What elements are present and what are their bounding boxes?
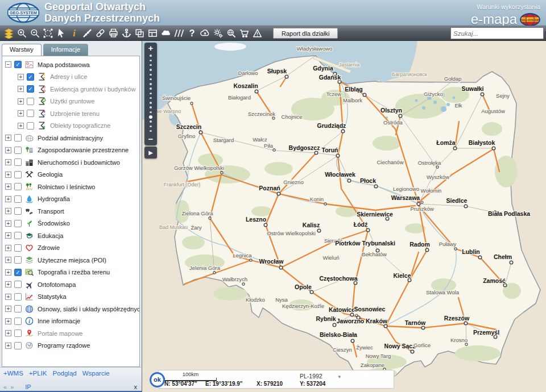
print-icon[interactable] xyxy=(107,26,120,40)
anchor-icon[interactable] xyxy=(120,26,133,40)
cloud-download-icon[interactable] xyxy=(198,26,212,40)
layer-checkbox[interactable] xyxy=(14,195,22,203)
tab-informacje[interactable]: Informacje xyxy=(43,44,88,56)
zoom-in-button[interactable]: + xyxy=(144,43,157,53)
ok-button[interactable]: ok xyxy=(150,372,165,387)
expand-toggle[interactable]: + xyxy=(5,294,11,300)
layer-checkbox[interactable] xyxy=(27,110,34,117)
panel-close-button[interactable]: x xyxy=(134,383,138,390)
layer-checkbox[interactable]: ✓ xyxy=(14,61,22,68)
collapse-toggle[interactable]: − xyxy=(5,61,11,68)
ip-link[interactable]: IP xyxy=(25,383,31,390)
zoom-level-dot[interactable] xyxy=(150,111,152,114)
layer-label[interactable]: Rolnictwo i leśnictwo xyxy=(38,184,95,190)
layer-checkbox[interactable]: ✓ xyxy=(27,73,34,81)
zoom-level-dot[interactable] xyxy=(150,64,152,66)
layer-checkbox[interactable]: ✓ xyxy=(14,269,22,276)
zoom-level-dot[interactable] xyxy=(150,55,152,57)
zoom-level-current[interactable] xyxy=(149,115,152,119)
footer-link[interactable]: +PLIK xyxy=(29,370,47,377)
layer-label[interactable]: Środowisko xyxy=(38,220,70,227)
slashes-icon[interactable] xyxy=(172,26,185,40)
layer-checkbox[interactable] xyxy=(14,232,22,239)
zoom-level-dot[interactable] xyxy=(150,102,152,104)
expand-toggle[interactable]: + xyxy=(5,135,11,141)
expand-toggle[interactable]: + xyxy=(18,98,24,105)
layer-label[interactable]: Obiekty topograficzne xyxy=(50,122,110,129)
info-icon[interactable]: i xyxy=(68,26,81,40)
expand-toggle[interactable]: + xyxy=(18,110,24,116)
zoom-level-dot[interactable] xyxy=(150,74,152,76)
layer-checkbox[interactable] xyxy=(27,98,34,105)
layer-checkbox[interactable] xyxy=(14,183,22,190)
footer-link[interactable]: +WMS xyxy=(3,370,23,377)
zoom-out-button[interactable]: − xyxy=(144,134,157,144)
layer-label[interactable]: Statystyka xyxy=(38,293,67,300)
expand-toggle[interactable]: + xyxy=(5,172,11,178)
layer-label[interactable]: Portale mapowe xyxy=(38,330,83,337)
expand-toggle[interactable]: + xyxy=(18,86,24,92)
layer-label[interactable]: Zdrowie xyxy=(38,244,60,251)
layer-label[interactable]: Użytki gruntowe xyxy=(50,98,94,105)
crs-dropdown[interactable]: PL-1992▼ xyxy=(300,373,342,380)
layout-icon[interactable] xyxy=(146,26,159,40)
layer-checkbox[interactable] xyxy=(14,305,22,312)
warning-icon[interactable] xyxy=(251,26,264,40)
layer-label[interactable]: Mapa podstawowa xyxy=(38,61,90,68)
layer-label[interactable]: Programy rządowe xyxy=(38,342,90,349)
expand-toggle[interactable]: + xyxy=(5,220,11,227)
layer-label[interactable]: Osnowy, siatki i układy współrzędnych xyxy=(38,306,140,312)
panel-expander-button[interactable]: ▶ xyxy=(144,147,157,159)
footer-link[interactable]: Podgląd xyxy=(52,370,76,377)
zoom-level-dot[interactable] xyxy=(150,69,152,71)
layer-checkbox[interactable] xyxy=(14,207,22,215)
layer-label[interactable]: Podział administracyjny xyxy=(38,135,103,141)
layer-label[interactable]: Użyteczne miejsca (POI) xyxy=(38,257,106,264)
expand-toggle[interactable]: + xyxy=(5,330,11,336)
layer-label[interactable]: Nieruchomości i budownictwo xyxy=(38,159,120,166)
expand-toggle[interactable]: + xyxy=(5,147,11,153)
layer-checkbox[interactable] xyxy=(14,330,22,337)
layer-label[interactable]: Ortofotomapa xyxy=(38,281,76,288)
layer-label[interactable]: Edukacja xyxy=(38,232,63,239)
tab-warstwy[interactable]: Warstwy xyxy=(2,44,42,56)
cart-icon[interactable] xyxy=(238,26,251,40)
zoom-level-dot[interactable] xyxy=(150,97,152,99)
zoom-level-dot[interactable] xyxy=(150,83,152,85)
layer-checkbox[interactable] xyxy=(14,159,22,166)
page-prev-button[interactable]: « xyxy=(3,383,7,390)
expand-toggle[interactable]: + xyxy=(5,318,11,324)
layer-label[interactable]: Zagospodarowanie przestrzenne xyxy=(38,147,129,153)
copy-window-icon[interactable] xyxy=(133,26,146,40)
pointer-icon[interactable] xyxy=(55,26,68,40)
expand-toggle[interactable]: + xyxy=(5,159,11,165)
layer-checkbox[interactable] xyxy=(14,134,22,141)
zoom-level-dot[interactable] xyxy=(150,130,152,132)
layer-checkbox[interactable] xyxy=(14,342,22,349)
select-area-icon[interactable] xyxy=(42,26,55,40)
expand-toggle[interactable]: + xyxy=(5,343,11,349)
layer-checkbox[interactable] xyxy=(14,281,22,288)
layer-checkbox[interactable] xyxy=(14,244,22,252)
expand-toggle[interactable]: + xyxy=(5,257,11,263)
expand-toggle[interactable]: + xyxy=(5,269,11,276)
layer-label[interactable]: Topografia i rzeźba terenu xyxy=(38,269,110,276)
layer-label[interactable]: Transport xyxy=(38,208,64,215)
layer-checkbox[interactable] xyxy=(14,318,22,325)
expand-toggle[interactable]: + xyxy=(5,196,11,202)
expand-toggle[interactable]: + xyxy=(18,123,24,129)
expand-toggle[interactable]: + xyxy=(5,232,11,239)
zoom-level-dot[interactable] xyxy=(150,87,152,90)
search-map-icon[interactable] xyxy=(225,26,238,40)
zoom-out-icon[interactable] xyxy=(28,26,42,40)
expand-toggle[interactable]: + xyxy=(5,245,11,251)
zoom-level-dot[interactable] xyxy=(150,106,152,109)
help-icon[interactable]: ? xyxy=(185,26,198,40)
layer-checkbox[interactable] xyxy=(14,220,22,227)
layer-label[interactable]: Ewidencja gruntów i budynków xyxy=(50,86,135,93)
terms-link[interactable]: Warunki wykorzystania xyxy=(477,3,540,10)
layer-checkbox[interactable] xyxy=(14,293,22,301)
zoom-level-dot[interactable] xyxy=(150,120,152,123)
layer-checkbox[interactable] xyxy=(14,256,22,264)
footer-link[interactable]: Wsparcie xyxy=(82,370,110,377)
